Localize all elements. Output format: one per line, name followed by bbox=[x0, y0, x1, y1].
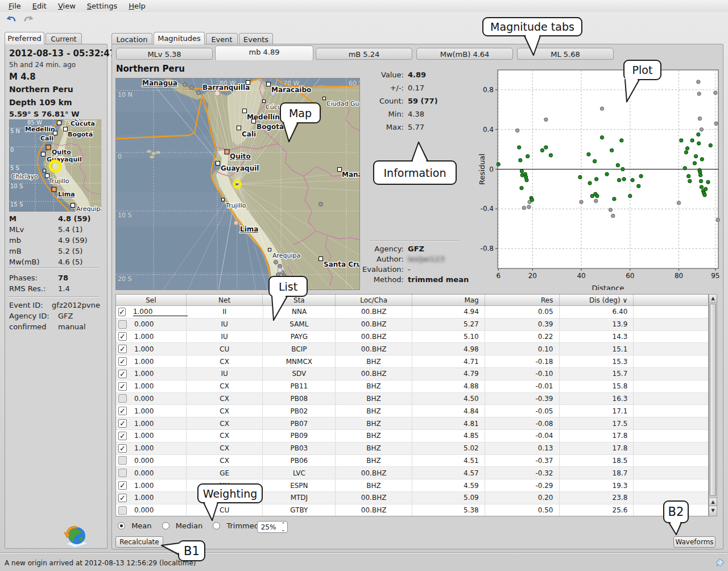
station-checkbox[interactable]: ✓ bbox=[118, 394, 127, 403]
data-point-used[interactable] bbox=[683, 167, 686, 170]
station-row-pb07[interactable]: ✓1.000CXPB07BHZ4.81-0.0817.5 bbox=[116, 417, 708, 430]
data-point-used[interactable] bbox=[497, 163, 500, 166]
data-point-unused[interactable] bbox=[697, 80, 700, 84]
data-point-used[interactable] bbox=[699, 179, 702, 183]
data-point-used[interactable] bbox=[704, 187, 708, 191]
sidebar-tab-current[interactable]: Current bbox=[46, 33, 82, 44]
data-point-unused[interactable] bbox=[609, 208, 612, 212]
column-header-dis-deg-[interactable]: Dis (deg) ∨ bbox=[560, 295, 634, 305]
data-point-unused[interactable] bbox=[716, 218, 719, 221]
magnitude-subtab-mb[interactable]: mB 5.24 bbox=[316, 48, 412, 60]
data-point-used[interactable] bbox=[530, 198, 533, 201]
data-point-used[interactable] bbox=[637, 184, 640, 188]
data-point-used[interactable] bbox=[525, 178, 528, 181]
data-point-used[interactable] bbox=[706, 180, 710, 184]
data-point-used[interactable] bbox=[700, 158, 704, 161]
data-point-used[interactable] bbox=[610, 148, 613, 152]
data-point-unused[interactable] bbox=[600, 107, 603, 110]
data-point-unused[interactable] bbox=[611, 214, 615, 217]
data-point-used[interactable] bbox=[613, 197, 616, 201]
residual-distance-plot[interactable]: 62040608095-0.8-0.400.40.8DistanceResidu… bbox=[478, 63, 723, 290]
column-header-sel[interactable]: Sel bbox=[116, 295, 187, 305]
station-row-pb03[interactable]: ✓1.000CXPB03BHZ5.020.1317.8 bbox=[116, 442, 708, 455]
data-point-used[interactable] bbox=[520, 186, 523, 189]
data-point-unused[interactable] bbox=[697, 92, 701, 96]
tab-event[interactable]: Event bbox=[206, 33, 238, 44]
data-point-unused[interactable] bbox=[544, 118, 548, 121]
data-point-unused[interactable] bbox=[698, 117, 701, 120]
data-point-used[interactable] bbox=[588, 181, 592, 185]
undo-arrow-icon[interactable] bbox=[6, 14, 17, 24]
redo-arrow-icon[interactable] bbox=[23, 14, 34, 24]
tab-magnitudes[interactable]: Magnitudes bbox=[154, 32, 205, 44]
scroll-up-icon[interactable]: ▲ bbox=[709, 295, 717, 303]
data-point-used[interactable] bbox=[578, 175, 582, 179]
data-point-used[interactable] bbox=[697, 142, 701, 145]
data-point-used[interactable] bbox=[605, 172, 609, 176]
data-point-unused[interactable] bbox=[527, 205, 531, 209]
scroll-up2-icon[interactable]: ▲ bbox=[709, 498, 717, 506]
data-point-used[interactable] bbox=[620, 139, 623, 142]
station-row-pb06[interactable]: ✓0.000CXPB06BHZ4.51-0.3718.5 bbox=[116, 455, 708, 467]
magnitude-subtab-ml[interactable]: ML 5.68 bbox=[517, 48, 614, 60]
station-checkbox[interactable]: ✓ bbox=[118, 494, 127, 502]
data-point-used[interactable] bbox=[686, 175, 690, 178]
radio-mean-label[interactable]: Mean bbox=[131, 522, 151, 530]
radio-trimmed-mean[interactable] bbox=[213, 522, 220, 529]
data-point-unused[interactable] bbox=[714, 91, 717, 94]
station-checkbox[interactable]: ✓ bbox=[118, 320, 127, 329]
data-point-unused[interactable] bbox=[714, 122, 718, 125]
station-checkbox[interactable]: ✓ bbox=[118, 444, 127, 453]
data-point-used[interactable] bbox=[518, 146, 521, 149]
station-checkbox[interactable]: ✓ bbox=[118, 407, 127, 415]
data-point-used[interactable] bbox=[694, 155, 697, 158]
data-point-used[interactable] bbox=[616, 163, 619, 167]
station-row-pb02[interactable]: ✓1.000CXPB02BHZ4.84-0.0517.1 bbox=[116, 405, 708, 417]
mini-map[interactable]: 5 N05 S10 S15 S85 W75 W70 WCúcutaMedellí… bbox=[9, 119, 101, 212]
waveforms-button[interactable]: Waveforms bbox=[673, 536, 715, 548]
station-row-bcip[interactable]: ✓1.000CUBCIP00.BHZ4.980.1015.1 bbox=[116, 343, 708, 355]
data-point-used[interactable] bbox=[699, 173, 702, 177]
recalculate-button[interactable]: Recalculate bbox=[115, 536, 163, 548]
data-point-used[interactable] bbox=[617, 178, 621, 181]
column-header-mag[interactable]: Mag bbox=[412, 295, 485, 305]
radio-mean[interactable] bbox=[118, 522, 125, 529]
magnitude-map[interactable]: 90 W80 W70 W60 W10 N010 S20 SManaguaBarr… bbox=[115, 78, 360, 290]
data-point-used[interactable] bbox=[685, 147, 689, 150]
magnitude-summary-row[interactable]: MLv5.4 (1) bbox=[9, 225, 100, 234]
data-point-used[interactable] bbox=[700, 185, 703, 189]
station-checkbox[interactable]: ✓ bbox=[118, 357, 127, 366]
data-point-used[interactable] bbox=[628, 194, 632, 197]
station-checkbox[interactable]: ✓ bbox=[118, 456, 127, 465]
column-header-loc-cha[interactable]: Loc/Cha bbox=[336, 295, 412, 305]
radio-median[interactable] bbox=[162, 522, 169, 529]
column-header-res[interactable]: Res bbox=[485, 295, 560, 305]
scrollbar-thumb[interactable] bbox=[710, 304, 716, 496]
data-point-unused[interactable] bbox=[580, 200, 583, 204]
magnitude-subtab-mw(mb)[interactable]: Mw(mB) 4.64 bbox=[416, 48, 513, 60]
data-point-used[interactable] bbox=[593, 159, 596, 163]
station-checkbox[interactable]: ✓ bbox=[118, 382, 127, 391]
magnitude-subtab-mlv[interactable]: MLv 5.38 bbox=[116, 48, 213, 60]
station-checkbox[interactable]: ✓ bbox=[118, 481, 127, 490]
magnitude-summary-row[interactable]: Mw(mB)4.6 (5) bbox=[9, 258, 100, 266]
data-point-used[interactable] bbox=[544, 146, 548, 149]
station-row-gtby[interactable]: ✓0.000CUGTBY00.BHZ5.380.5025.6 bbox=[116, 504, 708, 516]
data-point-used[interactable] bbox=[703, 193, 706, 197]
radio-median-label[interactable]: Median bbox=[176, 522, 202, 530]
tab-events[interactable]: Events bbox=[239, 33, 273, 44]
station-checkbox[interactable]: ✓ bbox=[118, 332, 127, 341]
data-point-used[interactable] bbox=[621, 167, 624, 171]
data-point-used[interactable] bbox=[600, 135, 603, 139]
data-point-used[interactable] bbox=[519, 159, 522, 162]
data-point-used[interactable] bbox=[549, 154, 552, 157]
data-point-used[interactable] bbox=[693, 162, 696, 165]
data-point-used[interactable] bbox=[622, 177, 626, 181]
data-point-used[interactable] bbox=[709, 143, 712, 147]
tab-location[interactable]: Location bbox=[111, 33, 152, 44]
data-point-used[interactable] bbox=[697, 133, 700, 136]
data-point-unused[interactable] bbox=[700, 128, 703, 131]
magnitude-summary-row[interactable]: mb4.9 (59) bbox=[9, 236, 100, 245]
station-row-mnmcx[interactable]: ✓1.000CXMNMCXBHZ4.71-0.1815.3 bbox=[116, 355, 708, 368]
menu-edit[interactable]: Edit bbox=[27, 1, 52, 11]
